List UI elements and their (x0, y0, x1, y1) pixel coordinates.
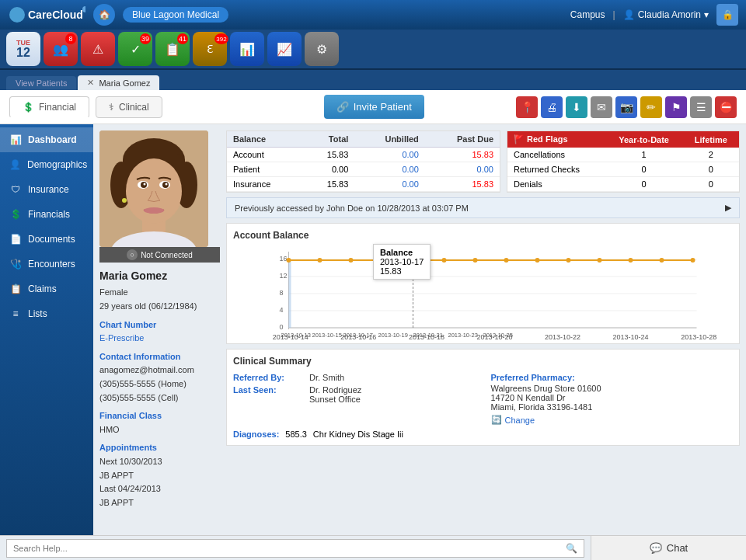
clinic-name: Blue Lagoon Medical (123, 7, 228, 23)
red-flag-row-cancellations: Cancellations 1 2 (507, 148, 739, 162)
user-avatar[interactable]: 🔒 (716, 4, 738, 26)
sidebar: 📊 Dashboard 👤 Demographics 🛡 Insurance 💲… (0, 124, 93, 535)
svg-point-42 (504, 258, 509, 263)
clinical-icon: ⚕ (109, 102, 114, 113)
list-icon[interactable]: ☰ (690, 96, 712, 118)
patients-badge: 8 (65, 33, 76, 44)
sidebar-item-lists[interactable]: ≡ Lists (0, 301, 93, 326)
red-flag-row-returned: Returned Checks 0 0 (507, 162, 739, 177)
search-help-input[interactable] (13, 544, 566, 553)
chat-button[interactable]: 💬 Chat (591, 536, 746, 561)
svg-point-46 (629, 258, 633, 263)
svg-point-19 (166, 183, 168, 186)
patient-card: ○ Not Connected Maria Gomez Female 29 ye… (99, 130, 220, 529)
sidebar-item-financials[interactable]: 💲 Financials (0, 202, 93, 227)
financial-class-label[interactable]: Financial Class (99, 409, 220, 423)
tab-maria-gomez[interactable]: ✕ Maria Gomez (78, 75, 159, 90)
sidebar-item-insurance[interactable]: 🛡 Insurance (0, 177, 93, 202)
contact-information-label[interactable]: Contact Information (99, 350, 220, 364)
patient-photo-svg (99, 130, 208, 247)
delete-icon[interactable]: ⛔ (715, 96, 737, 118)
tab-view-patients[interactable]: View Patients (6, 76, 76, 90)
home-button[interactable]: 🏠 (93, 4, 115, 26)
billing-icon[interactable]: 📋 41 (155, 32, 190, 66)
clinical-tab[interactable]: ⚕ Clinical (96, 96, 162, 118)
svg-text:2013-10-19: 2013-10-19 (378, 332, 408, 337)
bottom-bar: 🔍 💬 Chat (0, 535, 746, 560)
camera-icon[interactable]: 📷 (615, 96, 637, 118)
svg-point-35 (287, 258, 291, 263)
tab-close-icon[interactable]: ✕ (87, 78, 94, 88)
content-area: ○ Not Connected Maria Gomez Female 29 ye… (93, 124, 746, 535)
download-icon[interactable]: ⬇ (566, 96, 587, 118)
invite-patient-button[interactable]: 🔗 Invite Patient (324, 95, 424, 119)
svg-text:16: 16 (280, 255, 288, 263)
search-help-area[interactable]: 🔍 (6, 539, 584, 558)
svg-point-0 (9, 7, 25, 23)
svg-point-43 (535, 258, 540, 263)
clinical-title: Clinical Summary (233, 356, 733, 367)
search-icon[interactable]: 🔍 (566, 543, 577, 554)
top-bar: CareCloud 🏠 Blue Lagoon Medical Campus |… (0, 0, 746, 30)
patient-age-dob: 29 years old (06/12/1984) (99, 300, 220, 314)
eprescribe-link[interactable]: E-Prescribe (99, 332, 220, 346)
last-seen-row: Last Seen: Dr. Rodriguez Sunset Office (233, 385, 476, 404)
print-icon[interactable]: 🖨 (541, 96, 563, 118)
sidebar-item-claims[interactable]: 📋 Claims (0, 277, 93, 301)
right-panel: Balance Total Unbilled Past Due Account … (226, 130, 740, 529)
change-pharmacy-button[interactable]: 🔄 Change (491, 415, 734, 425)
sidebar-item-demographics[interactable]: 👤 Demographics (0, 152, 93, 177)
financial-tab[interactable]: 💲 Financial (9, 96, 89, 118)
analytics-icon[interactable]: 📈 (267, 32, 302, 66)
tasks-badge: 39 (140, 33, 151, 44)
email-icon[interactable]: ✉ (591, 96, 612, 118)
balance-row-patient: Patient 0.00 0.00 0.00 (227, 162, 500, 177)
main-content: 📊 Dashboard 👤 Demographics 🛡 Insurance 💲… (0, 124, 746, 535)
chart-section: Account Balance Balance 2013-10-17 15.83… (226, 223, 740, 344)
chart-svg: 0 4 8 12 16 (233, 244, 733, 337)
settings-icon[interactable]: ⚙ (305, 32, 339, 66)
svg-point-45 (598, 258, 602, 263)
tasks-icon[interactable]: ✓ 39 (118, 32, 152, 66)
patient-email: anagomez@hotmail.com (99, 363, 220, 377)
app-logo: CareCloud (8, 5, 85, 24)
svg-text:12: 12 (280, 272, 288, 280)
change-icon: 🔄 (491, 415, 502, 425)
chat-icon: 💬 (650, 542, 662, 554)
flag-icon[interactable]: ⚑ (665, 96, 687, 118)
svg-point-36 (318, 258, 322, 263)
balance-section: Balance Total Unbilled Past Due Account … (226, 130, 740, 193)
calendar-icon[interactable]: TUE 12 (6, 32, 40, 66)
appointments-label[interactable]: Appointments (99, 441, 220, 455)
icon-toolbar: TUE 12 👥 8 ⚠ ✓ 39 📋 41 Ɛ 392 📊 📈 ⚙ (0, 30, 746, 70)
alerts-icon[interactable]: ⚠ (81, 32, 115, 66)
reports-icon[interactable]: 📊 (230, 32, 264, 66)
patient-phone-home: (305)555-5555 (Home) (99, 377, 220, 391)
access-bar-arrow[interactable]: ▶ (725, 203, 731, 213)
chart-area: Balance 2013-10-17 15.83 0 4 8 12 16 (233, 244, 733, 337)
red-flag-icon: 🚩 (514, 134, 525, 144)
dashboard-icon: 📊 (9, 134, 22, 146)
codes-icon[interactable]: Ɛ 392 (193, 32, 227, 66)
chart-tooltip: Balance 2013-10-17 15.83 (373, 244, 431, 280)
next-appt-type: JB APPT (99, 469, 220, 483)
map-icon[interactable]: 📍 (516, 96, 538, 118)
campus-link[interactable]: Campus (570, 9, 605, 20)
patients-icon[interactable]: 👥 8 (44, 32, 78, 66)
sidebar-item-documents[interactable]: 📄 Documents (0, 227, 93, 252)
svg-point-18 (144, 183, 146, 186)
patient-photo (99, 130, 208, 247)
balance-col-total: Total (303, 131, 354, 148)
sidebar-item-dashboard[interactable]: 📊 Dashboard (0, 127, 93, 152)
sidebar-item-encounters[interactable]: 🩺 Encounters (0, 252, 93, 277)
user-menu[interactable]: 👤 Claudia Amorin ▾ (623, 9, 709, 20)
svg-point-47 (660, 258, 664, 263)
chart-number-label[interactable]: Chart Number (99, 318, 220, 332)
patient-phone-cell: (305)555-5555 (Cell) (99, 391, 220, 405)
documents-icon: 📄 (9, 233, 22, 245)
svg-point-20 (144, 207, 164, 214)
insurance-icon: 🛡 (9, 183, 22, 196)
edit-icon[interactable]: ✏ (640, 96, 662, 118)
billing-badge: 41 (177, 33, 188, 44)
svg-point-48 (691, 258, 695, 263)
